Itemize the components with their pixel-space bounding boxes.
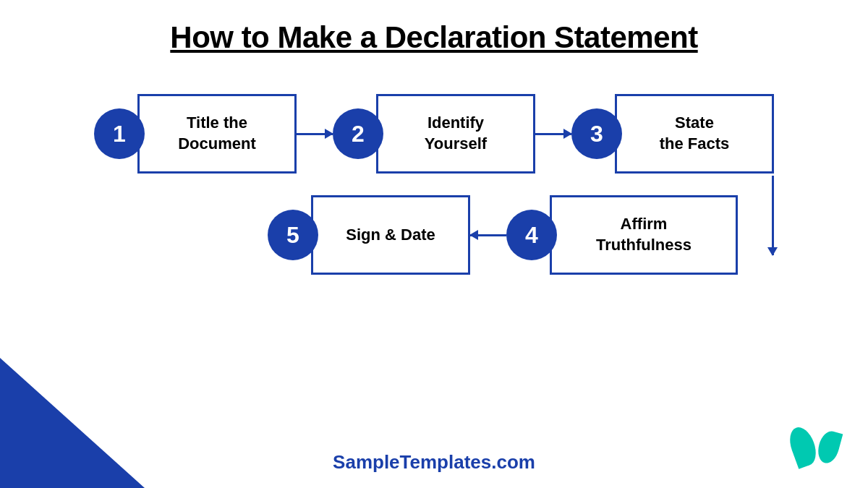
step-circle-4: 4: [506, 210, 557, 260]
leaf-right: [815, 429, 843, 466]
step-group-5: 5 Sign & Date: [268, 195, 470, 275]
row1: 1 Title theDocument 2 IdentifyYourself: [94, 94, 774, 174]
step-box-4: AffirmTruthfulness: [550, 195, 738, 275]
step-group-3: 3 Statethe Facts: [571, 94, 774, 174]
connector-line-2-3: [535, 133, 571, 135]
connector-line-5-4: [470, 234, 506, 236]
step-box-1: Title theDocument: [137, 94, 297, 174]
connector-5-4: [470, 234, 506, 236]
row2: 5 Sign & Date 4 AffirmTruthfulness: [268, 195, 738, 275]
step-box-3: Statethe Facts: [615, 94, 774, 174]
leaf-left: [786, 424, 821, 469]
connector-1-2: [297, 132, 333, 135]
triangle-decoration: [0, 358, 145, 488]
step-circle-2: 2: [333, 108, 383, 159]
flowchart: 1 Title theDocument 2 IdentifyYourself: [0, 94, 868, 275]
connector-line-1-2: [297, 133, 333, 135]
step-circle-5: 5: [268, 210, 318, 260]
step-box-2: IdentifyYourself: [376, 94, 535, 174]
step-label-5: Sign & Date: [346, 225, 435, 246]
leaf-decoration: [791, 427, 839, 466]
watermark: SampleTemplates.com: [333, 451, 535, 474]
step-label-2: IdentifyYourself: [425, 113, 487, 154]
step-group-1: 1 Title theDocument: [94, 94, 297, 174]
step-group-4: 4 AffirmTruthfulness: [506, 195, 738, 275]
step-box-5: Sign & Date: [311, 195, 470, 275]
step-group-2: 2 IdentifyYourself: [333, 94, 535, 174]
connector-2-3: [535, 132, 571, 135]
step-circle-3: 3: [571, 108, 622, 159]
step-label-4: AffirmTruthfulness: [596, 214, 692, 255]
step-label-1: Title theDocument: [178, 113, 256, 154]
step-circle-1: 1: [94, 108, 145, 159]
step-label-3: Statethe Facts: [660, 113, 730, 154]
page-title: How to Make a Declaration Statement: [0, 0, 868, 55]
vertical-connector-3-4: [772, 176, 774, 255]
